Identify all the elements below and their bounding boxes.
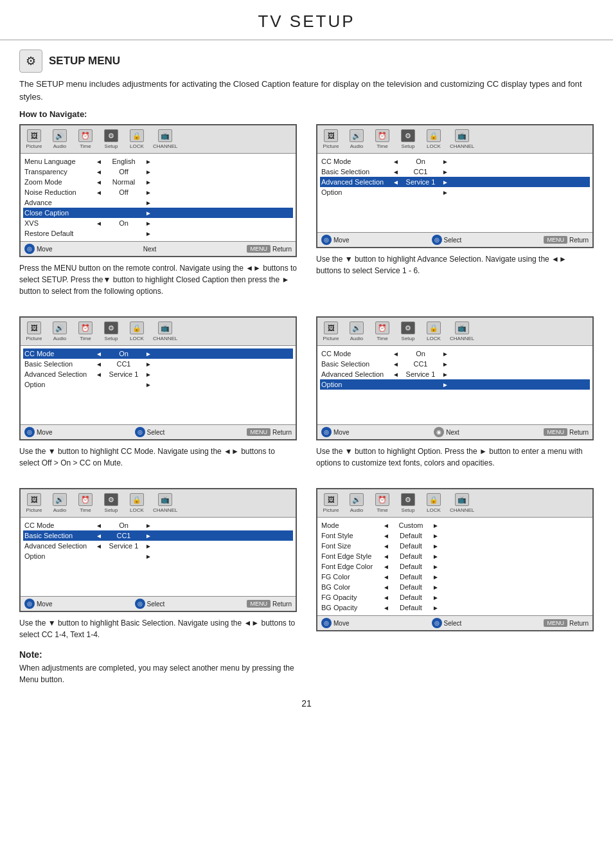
menu-row: Restore Default ► <box>24 228 292 239</box>
caption-2: Use the ▼ button to highlight Advance Se… <box>316 253 594 276</box>
menu-row: Basic Selection ◄ CC1 ► <box>321 167 589 177</box>
menu-row: Menu Language ◄ English ► <box>24 156 292 167</box>
menu-row-adv-selection: Advanced Selection ◄ Service 1 ► <box>320 177 590 187</box>
menu-screen-3: 🖼Picture 🔊Audio ⏰Time ⚙Setup 🔒LOCK 📺CHAN… <box>19 316 297 440</box>
menu-row: Advance ► <box>24 197 292 208</box>
page-number: 21 <box>19 698 594 721</box>
menu-row-font-edge-style: Font Edge Style ◄ Default ► <box>321 551 589 561</box>
caption-4: Use the ▼ button to highlight Option. Pr… <box>316 446 594 469</box>
menu-row: Zoom Mode ◄ Normal ► <box>24 177 292 187</box>
menu-row: Option ► <box>24 379 292 390</box>
section-title: SETUP MENU <box>49 55 120 68</box>
menu-row: CC Mode ◄ On ► <box>321 348 589 359</box>
setup-icon: ⚙ <box>19 50 42 73</box>
menu-row-bg-color: BG Color ◄ Default ► <box>321 582 589 592</box>
menu-row-font-edge-color: Font Edge Color ◄ Default ► <box>321 561 589 572</box>
menu-row: Advanced Selection ◄ Service 1 ► <box>24 541 292 551</box>
caption-3: Use the ▼ button to highlight CC Mode. N… <box>19 446 297 469</box>
menu-row-font-size: Font Size ◄ Default ► <box>321 541 589 551</box>
menu-row-close-caption: Close Caption ► <box>23 208 293 218</box>
menu-row: Noise Reduction ◄ Off ► <box>24 187 292 197</box>
how-to-navigate: How to Navigate: <box>19 109 594 119</box>
menu-row-fg-color: FG Color ◄ Default ► <box>321 572 589 582</box>
menu-row: Advanced Selection ◄ Service 1 ► <box>321 369 589 379</box>
note-title: Note: <box>19 649 297 660</box>
menu-row-bg-opacity: BG Opacity ◄ Default ► <box>321 602 589 613</box>
menu-row-basic-selection: Basic Selection ◄ CC1 ► <box>23 530 293 541</box>
menu-screen-1: 🖼Picture 🔊Audio ⏰Time ⚙Setup 🔒LOCK 📺CHAN… <box>19 124 297 257</box>
menu-row: Transparency ◄ Off ► <box>24 167 292 177</box>
menu-row-cc-mode: CC Mode ◄ On ► <box>23 348 293 359</box>
menu-screen-2: 🖼Picture 🔊Audio ⏰Time ⚙Setup 🔒LOCK 📺CHAN… <box>316 124 594 248</box>
menu-row: Basic Selection ◄ CC1 ► <box>24 359 292 369</box>
menu-screen-6: 🖼Picture 🔊Audio ⏰Time ⚙Setup 🔒LOCK 📺CHAN… <box>316 488 594 631</box>
note-text: When adjustments are completed, you may … <box>19 662 297 685</box>
menu-row-option: Option ► <box>320 379 590 390</box>
caption-5: Use the ▼ button to highlight Basic Sele… <box>19 617 297 640</box>
caption-1: Press the MENU button on the remote cont… <box>19 262 297 297</box>
menu-row: Option ► <box>321 187 589 197</box>
menu-row: Advanced Selection ◄ Service 1 ► <box>24 369 292 379</box>
menu-screen-4: 🖼Picture 🔊Audio ⏰Time ⚙Setup 🔒LOCK 📺CHAN… <box>19 488 297 612</box>
menu-row-font-style: Font Style ◄ Default ► <box>321 530 589 541</box>
menu-row-fg-opacity: FG Opacity ◄ Default ► <box>321 592 589 602</box>
menu-row: Basic Selection ◄ CC1 ► <box>321 359 589 369</box>
menu-row: CC Mode ◄ On ► <box>24 520 292 530</box>
menu-row: CC Mode ◄ On ► <box>321 156 589 167</box>
menu-row: XVS ◄ On ► <box>24 218 292 228</box>
intro-text: The SETUP menu includes adjustments for … <box>19 78 594 103</box>
menu-screen-5: 🖼Picture 🔊Audio ⏰Time ⚙Setup 🔒LOCK 📺CHAN… <box>316 316 594 440</box>
menu-row-mode: Mode ◄ Custom ► <box>321 520 589 530</box>
page-title: TV SETUP <box>0 0 613 41</box>
menu-row: Option ► <box>24 551 292 561</box>
